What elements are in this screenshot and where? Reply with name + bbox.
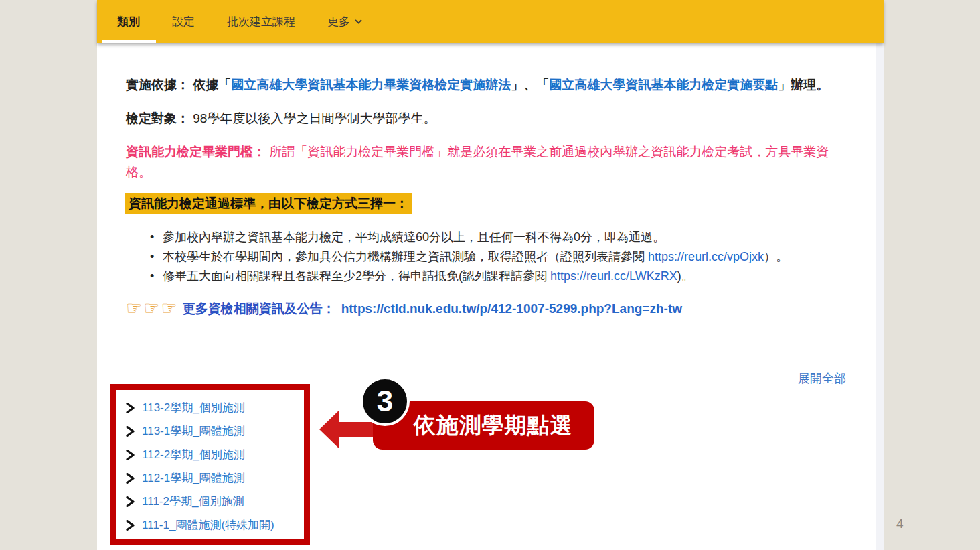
category-link[interactable]: 112-1學期_團體施測 — [142, 470, 245, 486]
threshold-label: 資訊能力檢定畢業門檻： — [126, 145, 266, 159]
page-number: 4 — [896, 517, 904, 531]
category-row-113-1[interactable]: 113-1學期_團體施測 — [126, 419, 304, 443]
passing-standard-heading: 資訊能力檢定通過標準，由以下檢定方式三擇一： — [125, 193, 412, 214]
more-info-url[interactable]: https://ctld.nuk.edu.tw/p/412-1007-5299.… — [341, 301, 682, 316]
method-2-text: 本校學生於在學期間內，參加具公信力機構辦理之資訊測驗，取得證照者（證照列表請參閱 — [163, 250, 648, 263]
passing-methods-list: 參加校內舉辦之資訊基本能力檢定，平均成績達60分以上，且任何一科不得為0分，即為… — [149, 228, 872, 286]
target-label: 檢定對象： — [126, 111, 189, 125]
threshold-paragraph: 資訊能力檢定畢業門檻： 所謂「資訊能力檢定畢業門檻」就是必須在畢業之前通過校內舉… — [126, 142, 850, 182]
category-link[interactable]: 111-1_團體施測(特殊加開) — [142, 517, 274, 533]
pointing-finger-icons: ☞☞☞ — [126, 299, 179, 318]
category-link[interactable]: 113-2學期_個別施測 — [142, 400, 245, 415]
tab-more[interactable]: 更多 — [327, 14, 362, 29]
category-link[interactable]: 113-1學期_團體施測 — [142, 423, 245, 439]
category-row-111-1[interactable]: 111-1_團體施測(特殊加開) — [126, 513, 304, 537]
tab-batch-create-courses[interactable]: 批次建立課程 — [227, 14, 295, 29]
method-3-text: 修畢五大面向相關課程且各課程至少2學分，得申請抵免(認列課程請參閱 — [163, 269, 550, 283]
chevron-right-icon — [126, 403, 135, 413]
chevron-right-icon — [126, 473, 135, 484]
chevron-right-icon — [126, 496, 135, 507]
tab-categories[interactable]: 類別 — [117, 14, 140, 29]
active-tab-underline — [102, 40, 156, 43]
implementation-basis-paragraph: 實施依據： 依據「國立高雄大學資訊基本能力畢業資格檢定實施辦法」、「國立高雄大學… — [126, 75, 876, 95]
expand-all-link[interactable]: 展開全部 — [798, 370, 846, 387]
target-paragraph: 檢定對象： 98學年度以後入學之日間學制大學部學生。 — [126, 109, 876, 129]
regulation-link-2[interactable]: 國立高雄大學資訊基本能力檢定實施要點 — [549, 78, 778, 92]
slide-page: 類別 設定 批次建立課程 更多 實施依據： 依據「國立高雄大學資訊基本能力畢業資… — [0, 0, 980, 550]
implementation-basis-mid: 」、「 — [511, 78, 549, 92]
scrollbar[interactable] — [876, 43, 884, 550]
category-row-112-1[interactable]: 112-1學期_團體施測 — [126, 466, 304, 490]
step-number: 3 — [377, 387, 393, 416]
category-link[interactable]: 111-2學期_個別施測 — [142, 494, 244, 509]
target-text: 98學年度以後入學之日間學制大學部學生。 — [193, 111, 436, 125]
course-list-link[interactable]: https://reurl.cc/LWKzRX — [550, 269, 677, 283]
more-info-line: ☞☞☞ 更多資檢相關資訊及公告： https://ctld.nuk.edu.tw… — [126, 299, 682, 318]
method-item-certificate: 本校學生於在學期間內，參加具公信力機構辦理之資訊測驗，取得證照者（證照列表請參閱… — [149, 247, 872, 267]
implementation-basis-label: 實施依據： — [126, 78, 189, 92]
implementation-basis-pre: 依據「 — [193, 78, 231, 92]
callout-banner-text: 依施測學期點選 — [414, 411, 573, 441]
certificate-list-link[interactable]: https://reurl.cc/vpOjxk — [648, 250, 764, 263]
method-3-post: )。 — [677, 269, 693, 283]
more-info-label: 更多資檢相關資訊及公告： — [183, 300, 335, 318]
course-admin-navbar: 類別 設定 批次建立課程 更多 — [97, 0, 884, 43]
method-1-text: 參加校內舉辦之資訊基本能力檢定，平均成績達60分以上，且任何一科不得為0分，即為… — [163, 230, 665, 244]
method-item-campus-test: 參加校內舉辦之資訊基本能力檢定，平均成績達60分以上，且任何一科不得為0分，即為… — [149, 228, 872, 247]
method-2-post: ）。 — [764, 250, 788, 263]
implementation-basis-post: 」辦理。 — [778, 78, 829, 92]
category-row-112-2[interactable]: 112-2學期_個別施測 — [126, 443, 304, 466]
category-row-113-2[interactable]: 113-2學期_個別施測 — [126, 396, 304, 419]
chevron-right-icon — [126, 520, 135, 531]
category-link[interactable]: 112-2學期_個別施測 — [142, 447, 245, 462]
chevron-down-icon — [355, 19, 362, 24]
passing-standard-heading-wrap: 資訊能力檢定通過標準，由以下檢定方式三擇一： — [125, 193, 412, 214]
regulation-link-1[interactable]: 國立高雄大學資訊基本能力畢業資格檢定實施辦法 — [231, 78, 511, 92]
tab-settings[interactable]: 設定 — [172, 14, 195, 29]
tab-more-label: 更多 — [327, 14, 350, 29]
semester-category-box: 113-2學期_個別施測 113-1學期_團體施測 112-2學期_個別施測 1… — [110, 384, 310, 545]
chevron-right-icon — [126, 450, 135, 460]
step-number-badge: 3 — [360, 376, 410, 426]
category-row-111-2[interactable]: 111-2學期_個別施測 — [126, 490, 304, 513]
method-item-courses: 修畢五大面向相關課程且各課程至少2學分，得申請抵免(認列課程請參閱 https:… — [149, 267, 872, 286]
chevron-right-icon — [126, 426, 135, 437]
